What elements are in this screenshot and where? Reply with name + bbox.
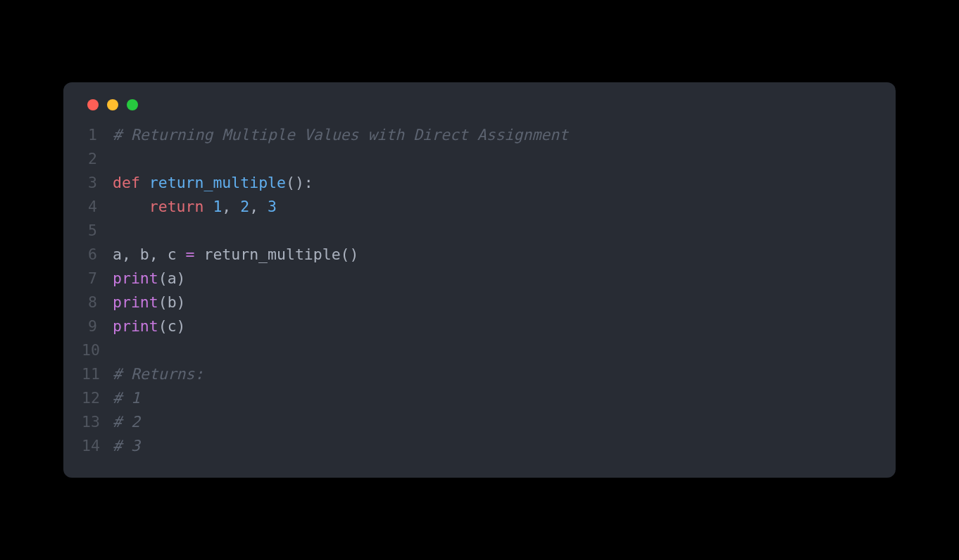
code-token: (b) [158, 293, 186, 311]
code-line: 2 [82, 147, 872, 171]
line-number: 8 [82, 291, 113, 314]
line-number: 4 [82, 195, 113, 219]
code-token: (a) [158, 269, 186, 287]
code-token: return_multiple() [195, 246, 359, 263]
code-line: 4 return 1, 2, 3 [82, 195, 872, 219]
code-token: 1 [213, 198, 222, 215]
code-line: 11# Returns: [82, 362, 872, 386]
code-token: # Returning Multiple Values with Direct … [113, 126, 568, 144]
line-content: print(c) [113, 314, 872, 338]
line-content: print(a) [113, 267, 872, 291]
line-number: 10 [82, 338, 113, 362]
zoom-icon[interactable] [127, 99, 138, 110]
code-editor: 1# Returning Multiple Values with Direct… [63, 123, 896, 458]
line-content: # 1 [113, 386, 872, 410]
code-line: 12# 1 [82, 386, 872, 410]
code-line: 14# 3 [82, 434, 872, 458]
close-icon[interactable] [87, 99, 99, 110]
line-content: # 2 [113, 410, 872, 434]
line-content: return 1, 2, 3 [113, 195, 872, 219]
line-number: 1 [82, 123, 113, 147]
line-number: 6 [82, 243, 113, 267]
code-token: print [113, 293, 158, 311]
line-number: 2 [82, 147, 113, 171]
code-line: 8print(b) [82, 291, 872, 314]
code-token [203, 198, 213, 215]
line-number: 14 [82, 434, 113, 458]
line-content: def return_multiple(): [113, 171, 872, 195]
line-number: 5 [82, 219, 113, 243]
code-token: return_multiple [149, 174, 286, 191]
line-content: # Returning Multiple Values with Direct … [113, 123, 872, 147]
line-number: 9 [82, 314, 113, 338]
line-content [113, 219, 872, 243]
code-token: def [113, 174, 140, 191]
line-content [113, 147, 872, 171]
code-line: 3def return_multiple(): [82, 171, 872, 195]
code-token [140, 174, 149, 191]
code-token: , [222, 198, 240, 215]
line-content: a, b, c = return_multiple() [113, 243, 872, 267]
code-line: 7print(a) [82, 267, 872, 291]
code-line: 5 [82, 219, 872, 243]
line-content [113, 338, 872, 362]
code-token: # Returns: [113, 365, 203, 383]
code-window: 1# Returning Multiple Values with Direct… [63, 82, 896, 478]
code-token: print [113, 317, 158, 335]
code-token: # 2 [113, 413, 140, 431]
minimize-icon[interactable] [107, 99, 118, 110]
code-token: = [186, 246, 195, 263]
code-token: a, b, c [113, 246, 186, 263]
line-content: # Returns: [113, 362, 872, 386]
code-token: # 1 [113, 389, 140, 407]
code-token: , [249, 198, 268, 215]
line-number: 13 [82, 410, 113, 434]
code-token: return [149, 198, 204, 215]
code-line: 13# 2 [82, 410, 872, 434]
code-token: (c) [158, 317, 186, 335]
line-number: 12 [82, 386, 113, 410]
code-token: (): [286, 174, 313, 191]
line-content: print(b) [113, 291, 872, 314]
line-number: 3 [82, 171, 113, 195]
line-number: 7 [82, 267, 113, 291]
code-line: 9print(c) [82, 314, 872, 338]
line-content: # 3 [113, 434, 872, 458]
code-token: 3 [268, 198, 277, 215]
window-titlebar [63, 99, 896, 123]
code-token: print [113, 269, 158, 287]
code-line: 10 [82, 338, 872, 362]
code-line: 1# Returning Multiple Values with Direct… [82, 123, 872, 147]
code-token [113, 198, 149, 215]
code-line: 6a, b, c = return_multiple() [82, 243, 872, 267]
line-number: 11 [82, 362, 113, 386]
code-token: 2 [240, 198, 249, 215]
code-token: # 3 [113, 437, 140, 454]
